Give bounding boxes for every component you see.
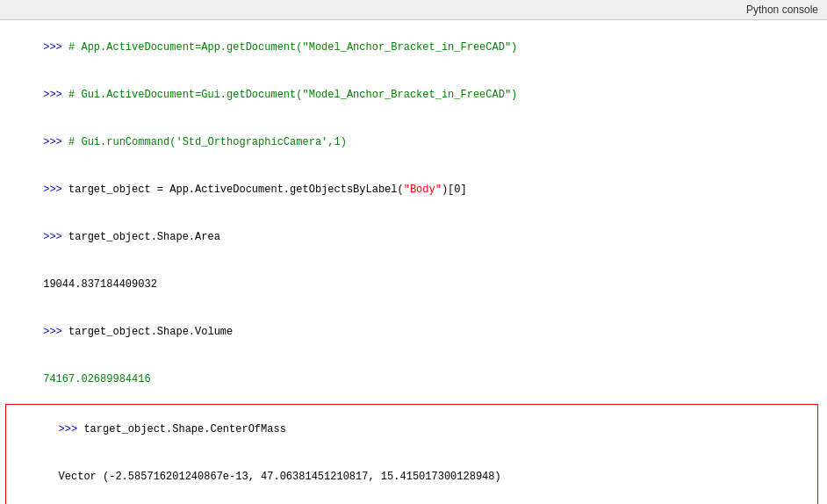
console-title: Python console xyxy=(746,4,818,16)
comment-2: # Gui.ActiveDocument=Gui.getDocument("Mo… xyxy=(68,89,517,101)
comment-1: # App.ActiveDocument=App.getDocument("Mo… xyxy=(68,41,517,54)
py-line-7: >>> target_object.Shape.Volume xyxy=(5,308,822,356)
code-9: target_object.Shape.CenterOfMass xyxy=(83,423,285,436)
prompt-1: >>> xyxy=(43,41,68,54)
prompt-4: >>> xyxy=(43,184,68,196)
output-10: Vector (-2.585716201240867e-13, 47.06381… xyxy=(59,471,501,483)
highlighted-block: >>> target_object.Shape.CenterOfMass Vec… xyxy=(5,404,818,504)
prompt-9: >>> xyxy=(59,423,84,436)
comment-3: # Gui.runCommand('Std_OrthographicCamera… xyxy=(68,136,347,148)
prompt-2: >>> xyxy=(43,89,68,101)
python-console-header: Python console xyxy=(0,0,827,20)
py-line-9: >>> target_object.Shape.CenterOfMass xyxy=(8,406,816,453)
py-line-10: Vector (-2.585716201240867e-13, 47.06381… xyxy=(8,453,816,500)
output-6: 19044.837184409032 xyxy=(43,278,157,291)
python-console: Python console >>> # App.ActiveDocument=… xyxy=(0,0,827,504)
output-8: 74167.02689984416 xyxy=(43,373,150,385)
py-line-8: 74167.02689984416 xyxy=(5,356,822,403)
prompt-3: >>> xyxy=(43,136,68,148)
python-console-body[interactable]: >>> # App.ActiveDocument=App.getDocument… xyxy=(0,20,827,504)
code-5: target_object.Shape.Area xyxy=(68,231,220,243)
py-line-3: >>> # Gui.runCommand('Std_OrthographicCa… xyxy=(5,119,822,166)
py-line-4: >>> target_object = App.ActiveDocument.g… xyxy=(5,166,822,213)
py-line-11: >>> xyxy=(8,500,816,504)
prompt-7: >>> xyxy=(43,326,68,338)
code-4: target_object = App.ActiveDocument.getOb… xyxy=(68,184,467,196)
py-line-5: >>> target_object.Shape.Area xyxy=(5,213,822,261)
code-7: target_object.Shape.Volume xyxy=(68,326,233,338)
py-line-6: 19044.837184409032 xyxy=(5,261,822,308)
py-line-1: >>> # App.ActiveDocument=App.getDocument… xyxy=(5,24,822,71)
prompt-5: >>> xyxy=(43,231,68,243)
py-line-2: >>> # Gui.ActiveDocument=Gui.getDocument… xyxy=(5,71,822,119)
